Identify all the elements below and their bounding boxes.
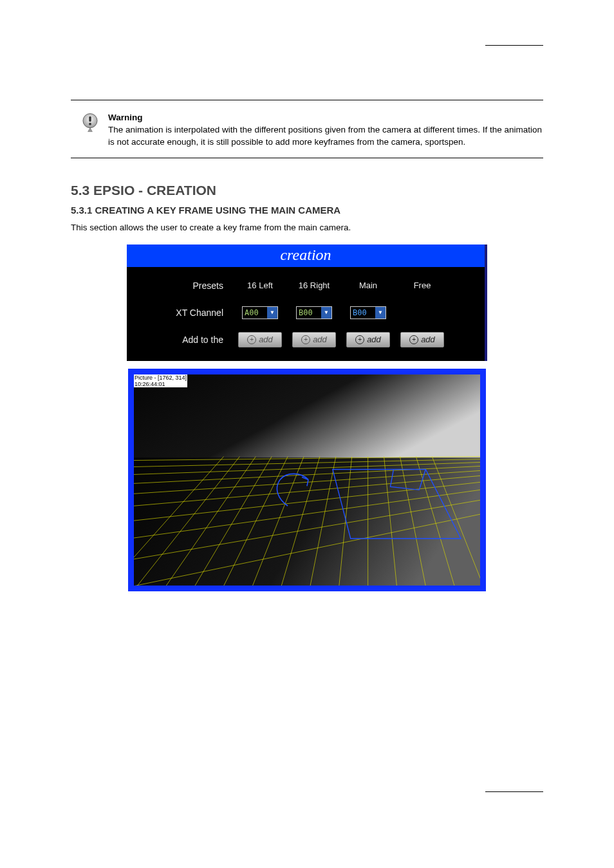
plus-icon: + (301, 335, 310, 344)
plus-icon: + (355, 335, 364, 344)
chevron-down-icon: ▼ (375, 307, 386, 319)
add-button-3[interactable]: + add (346, 332, 390, 347)
creation-header: creation (127, 245, 485, 267)
picture-viewer: Picture - [1762, 314] 10:26:44:01 (128, 369, 486, 592)
warning-icon (77, 112, 103, 134)
add-button-label: add (259, 335, 273, 344)
label-presets: Presets (127, 281, 237, 291)
add-button-2[interactable]: + add (292, 332, 336, 347)
warning-rule (71, 158, 543, 158)
xt-select-value: A00 (245, 308, 259, 317)
xt-select-a00[interactable]: A00 ▼ (242, 306, 278, 319)
heading-epsio-creation: 5.3 EPSIO - CREATION (71, 183, 543, 198)
picture-overlay: Picture - [1762, 314] 10:26:44:01 (134, 374, 187, 388)
preset-main: Main (346, 281, 391, 290)
top-rule (71, 100, 543, 100)
row-presets: Presets 16 Left 16 Right Main Free (127, 272, 485, 299)
bottom-right-rule (485, 791, 543, 792)
svg-point-2 (89, 123, 91, 125)
picture-timecode: 10:26:44:01 (135, 381, 165, 387)
add-button-label: add (313, 335, 327, 344)
chevron-down-icon: ▼ (267, 307, 277, 319)
label-add: Add to the (127, 335, 237, 345)
svg-rect-1 (89, 116, 91, 122)
chevron-down-icon: ▼ (321, 307, 331, 319)
plus-icon: + (409, 335, 418, 344)
creation-panel: creation Presets 16 Left 16 Right Main F… (127, 245, 487, 361)
xt-select-value: B00 (353, 308, 367, 317)
warning-text: Warning The animation is interpolated wi… (108, 112, 543, 149)
label-xt-channel: XT Channel (127, 308, 237, 318)
picture-coords: Picture - [1762, 314] (135, 374, 187, 381)
add-button-label: add (421, 335, 435, 344)
add-button-1[interactable]: + add (238, 332, 282, 347)
xt-select-value: B00 (299, 308, 313, 317)
row-xt-channel: XT Channel A00 ▼ B00 ▼ (127, 299, 485, 326)
add-button-label: add (367, 335, 381, 344)
preset-free: Free (400, 281, 445, 290)
warning-title: Warning (108, 113, 143, 122)
field-canvas (134, 374, 480, 586)
warning-body: The animation is interpolated with the d… (108, 125, 542, 147)
row-add: Add to the + add + add (127, 326, 485, 353)
svg-rect-4 (134, 457, 480, 586)
xt-select-b00-1[interactable]: B00 ▼ (296, 306, 332, 319)
warning-block: Warning The animation is interpolated wi… (71, 112, 543, 149)
xt-select-b00-2[interactable]: B00 ▼ (350, 306, 386, 319)
preset-16-right: 16 Right (292, 281, 337, 290)
preset-16-left: 16 Left (237, 281, 283, 290)
top-right-rule (485, 45, 543, 46)
paragraph-intro: This section allows the user to create a… (71, 222, 543, 234)
plus-icon: + (247, 335, 256, 344)
heading-creating-keyframe: 5.3.1 CREATING A KEY FRAME USING THE MAI… (71, 205, 543, 216)
add-button-4[interactable]: + add (400, 332, 444, 347)
